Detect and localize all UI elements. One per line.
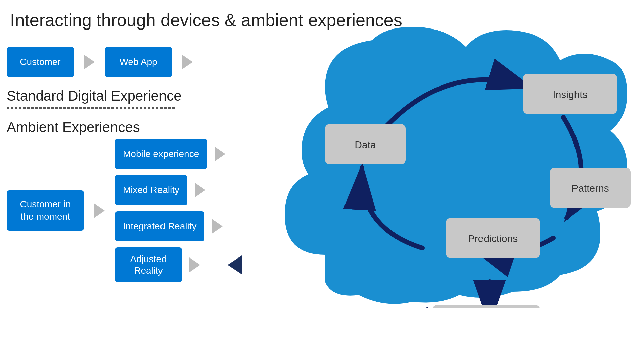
arrow-webapp-out bbox=[182, 55, 193, 69]
ambient-row-mixed: Mixed Reality bbox=[115, 175, 242, 205]
integrated-reality-button[interactable]: Integrated Reality bbox=[115, 211, 204, 241]
svg-text:Insights: Insights bbox=[553, 89, 587, 100]
divider bbox=[7, 107, 175, 109]
arrow-mobile bbox=[215, 147, 225, 161]
left-panel: Customer Web App Standard Digital Experi… bbox=[7, 40, 242, 282]
cloud-diagram: Insights Patterns Predictions Data Inter… bbox=[258, 20, 637, 308]
webapp-button[interactable]: Web App bbox=[105, 47, 172, 77]
ambient-row-mobile: Mobile experience bbox=[115, 139, 242, 169]
ambient-row-integrated: Integrated Reality bbox=[115, 211, 242, 241]
svg-rect-9 bbox=[432, 305, 540, 308]
arrow-mixed bbox=[195, 183, 205, 197]
arrow-moment-to-ambient bbox=[94, 203, 105, 218]
adjusted-reality-button[interactable]: Adjusted Reality bbox=[115, 247, 182, 282]
svg-text:Patterns: Patterns bbox=[571, 183, 609, 194]
svg-text:Data: Data bbox=[355, 139, 376, 150]
mobile-experience-button[interactable]: Mobile experience bbox=[115, 139, 207, 169]
svg-text:Predictions: Predictions bbox=[468, 233, 518, 244]
customer-moment-button[interactable]: Customer in the moment bbox=[7, 190, 84, 231]
cloud-svg: Insights Patterns Predictions Data Inter… bbox=[258, 20, 637, 308]
ambient-section: Customer in the moment Mobile experience… bbox=[7, 139, 242, 282]
arrow-to-interactions bbox=[228, 255, 242, 274]
customer-button[interactable]: Customer bbox=[7, 47, 74, 77]
standard-label: Standard Digital Experience bbox=[7, 88, 242, 104]
arrow-adjusted bbox=[189, 257, 200, 272]
ambient-row-adjusted: Adjusted Reality bbox=[115, 247, 242, 282]
ambient-label: Ambient Experiences bbox=[7, 119, 242, 135]
arrow-customer-to-webapp bbox=[84, 55, 95, 69]
ambient-buttons-list: Mobile experience Mixed Reality Integrat… bbox=[115, 139, 242, 282]
mixed-reality-button[interactable]: Mixed Reality bbox=[115, 175, 187, 205]
arrow-integrated bbox=[212, 219, 223, 234]
standard-row: Customer Web App bbox=[7, 47, 242, 77]
